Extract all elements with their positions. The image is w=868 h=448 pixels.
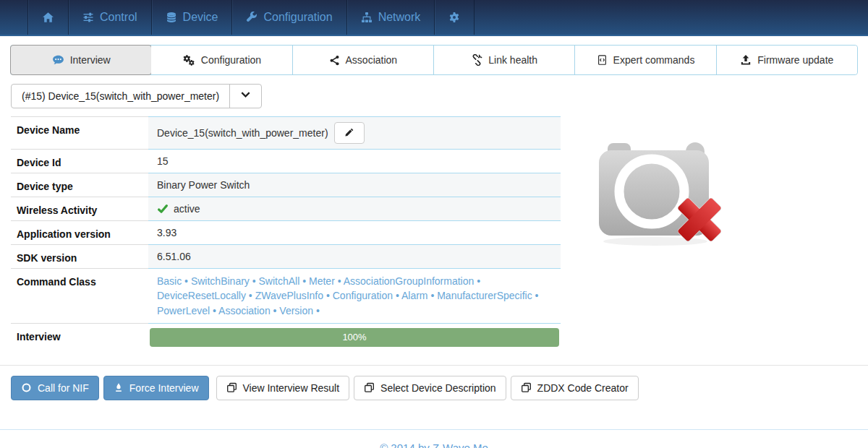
table-row-device-name: Device NameDevice_15(switch_with_power_m… — [11, 116, 561, 149]
wrench-icon — [246, 12, 258, 23]
bullet-separator: • — [271, 305, 280, 316]
command-class-link[interactable]: SwitchAll — [259, 275, 300, 287]
view-interview-result-button[interactable]: View Interview Result — [216, 376, 350, 400]
no-image-placeholder — [599, 139, 722, 247]
bullet-separator: • — [532, 290, 539, 301]
row-value: 6.51.06 — [148, 244, 561, 268]
sitemap-icon — [361, 12, 373, 23]
database-icon — [166, 12, 177, 23]
pencil-icon — [344, 127, 354, 139]
actions-toolbar: Call for NIFForce InterviewView Intervie… — [0, 365, 868, 410]
row-value: 15 — [148, 149, 561, 173]
nav-item-label: Network — [378, 11, 421, 24]
tab-configuration[interactable]: Configuration — [151, 46, 292, 74]
command-class-link[interactable]: PowerLevel — [157, 305, 210, 316]
chain-broken-icon — [471, 54, 482, 66]
row-value: Device_15(switch_with_power_meter) — [148, 116, 561, 149]
command-class-link[interactable]: DeviceResetLocally — [157, 290, 246, 301]
row-label: SDK version — [11, 244, 148, 268]
status-text: active — [174, 203, 200, 215]
nav-item-home[interactable] — [27, 0, 68, 35]
bullet-separator: • — [210, 305, 218, 316]
bullet-separator: • — [250, 275, 259, 287]
bullet-separator: • — [246, 290, 255, 301]
button-label: Force Interview — [129, 382, 199, 394]
comment-icon — [52, 54, 64, 66]
home-icon — [42, 12, 54, 24]
tab-label: Interview — [70, 54, 111, 66]
edit-device-name-button[interactable] — [334, 122, 365, 144]
tab-label: Association — [346, 54, 398, 66]
table-row-command-class: Command ClassBasic • SwitchBinary • Swit… — [11, 268, 561, 323]
upload-icon — [740, 54, 752, 66]
button-label: Select Device Description — [380, 382, 496, 394]
nav-item-control[interactable]: Control — [68, 0, 151, 35]
command-class-link[interactable]: Association — [218, 305, 271, 316]
footer: © 2014 by Z-Wave.Me — [0, 429, 868, 448]
table-row-device-type: Device typeBinary Power Switch — [11, 173, 561, 197]
command-class-link[interactable]: Meter — [309, 275, 335, 287]
nav-item-network[interactable]: Network — [346, 0, 435, 35]
bullet-separator: • — [323, 290, 333, 301]
row-value: active — [148, 197, 561, 220]
bullet-separator: • — [335, 275, 344, 287]
tab-expert-commands[interactable]: Expert commands — [575, 46, 716, 74]
sliders-icon — [82, 12, 94, 23]
table-row-device-id: Device Id15 — [11, 149, 561, 173]
row-value: Binary Power Switch — [148, 173, 561, 197]
command-class-link[interactable]: SwitchBinary — [191, 275, 250, 287]
command-class-link[interactable]: AssociationGroupInformation — [344, 275, 475, 287]
table-row-wireless-activity: Wireless Activityactive — [11, 197, 561, 220]
interview-progress-track: 100% — [150, 328, 559, 347]
bullet-separator: • — [428, 290, 438, 301]
bullet-separator: • — [313, 305, 320, 316]
top-navbar: ControlDeviceConfigurationNetwork — [0, 0, 868, 36]
force-interview-button[interactable]: Force Interview — [103, 376, 209, 400]
tab-label: Expert commands — [613, 54, 695, 66]
tab-association[interactable]: Association — [293, 46, 434, 74]
tab-link-health[interactable]: Link health — [434, 46, 575, 74]
tab-label: Configuration — [201, 54, 261, 66]
device-selector-value[interactable]: (#15) Device_15(switch_with_power_meter) — [12, 85, 229, 108]
bullet-separator: • — [393, 290, 401, 301]
command-class-link[interactable]: Version — [279, 305, 313, 316]
nav-item-configuration[interactable]: Configuration — [231, 0, 346, 35]
tab-interview[interactable]: Interview — [10, 45, 152, 75]
row-value: 100% — [148, 323, 561, 351]
device-name-value: Device_15(switch_with_power_meter) — [157, 127, 328, 139]
zddx-code-creator-button[interactable]: ZDDX Code Creator — [511, 376, 639, 400]
footer-copyright-link[interactable]: © 2014 by Z-Wave.Me — [380, 441, 488, 448]
pen-drop-icon — [114, 382, 124, 393]
command-class-link[interactable]: Basic — [157, 275, 182, 287]
table-row-sdk-version: SDK version6.51.06 — [11, 244, 561, 268]
row-label: Wireless Activity — [11, 197, 148, 220]
select-device-description-button[interactable]: Select Device Description — [354, 376, 506, 400]
row-label: Command Class — [11, 268, 148, 323]
row-label: Device Id — [11, 149, 148, 173]
tab-firmware-update[interactable]: Firmware update — [717, 46, 857, 74]
nav-item-settings[interactable] — [434, 0, 475, 35]
nav-item-device[interactable]: Device — [151, 0, 232, 35]
button-label: View Interview Result — [243, 382, 340, 394]
device-selector-caret-button[interactable] — [229, 85, 261, 108]
check-icon — [157, 203, 169, 215]
row-label: Application version — [11, 220, 148, 244]
bullet-separator: • — [182, 275, 191, 287]
table-row-interview: Interview100% — [11, 323, 561, 351]
command-class-link[interactable]: Configuration — [333, 290, 393, 301]
row-value: Basic • SwitchBinary • SwitchAll • Meter… — [148, 268, 561, 323]
row-label: Interview — [11, 323, 148, 351]
zwave-expert-ui-page: ControlDeviceConfigurationNetwork Interv… — [0, 0, 868, 448]
command-class-link[interactable]: Alarm — [401, 290, 428, 301]
row-value: 3.93 — [148, 220, 561, 244]
call-for-nif-button[interactable]: Call for NIF — [11, 376, 99, 400]
nav-item-label: Control — [100, 11, 137, 24]
table-row-application-version: Application version3.93 — [11, 220, 561, 244]
command-class-link[interactable]: ZWavePlusInfo — [255, 290, 323, 301]
gears-icon — [182, 54, 195, 66]
row-label: Device Name — [11, 116, 148, 149]
command-class-link[interactable]: ManufacturerSpecific — [437, 290, 532, 301]
device-selector: (#15) Device_15(switch_with_power_meter) — [11, 84, 262, 108]
device-tab-bar: InterviewConfigurationAssociationLink he… — [10, 45, 858, 75]
share-icon — [329, 55, 340, 66]
